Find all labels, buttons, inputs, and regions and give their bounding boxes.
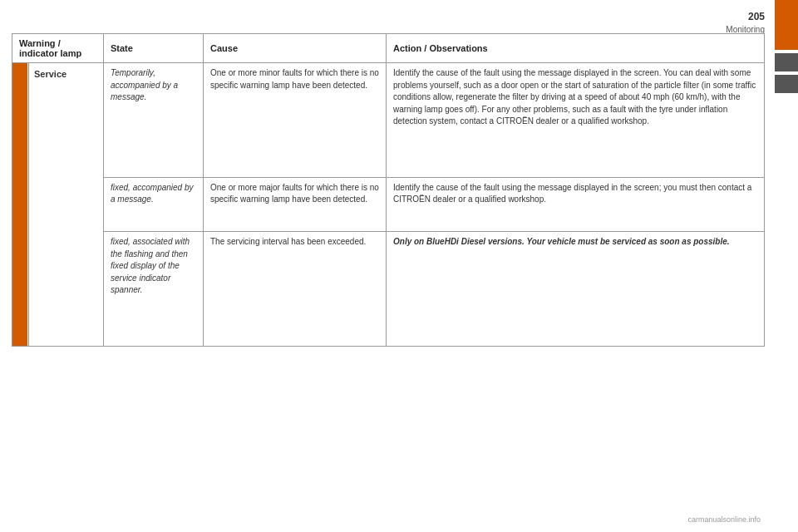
state-text-3: fixed, associated with the flashing and … (111, 237, 190, 294)
sidebar-orange-block (775, 0, 798, 50)
header-cause: Cause (204, 34, 387, 63)
watermark: carmanualsonline.info (687, 515, 761, 524)
right-sidebar (775, 0, 798, 532)
orange-indicator-bar (12, 63, 27, 346)
action-cell-3: Only on BlueHDi Diesel versions. Your ve… (387, 232, 765, 347)
state-cell-2: fixed, accompanied by a message. (104, 177, 204, 232)
table-row: fixed, associated with the flashing and … (12, 232, 765, 347)
action-cell-1: Identify the cause of the fault using th… (387, 63, 765, 178)
state-text-2: fixed, accompanied by a message. (111, 183, 194, 204)
service-label-cell: Service (29, 63, 104, 347)
page-number: 205 (726, 10, 765, 24)
header-action: Action / Observations (387, 34, 765, 63)
page-header: 205 Monitoring (726, 10, 765, 36)
table-header-row: Warning / indicator lamp State Cause Act… (12, 34, 765, 63)
service-label: Service (34, 69, 66, 79)
action-text-1: Identify the cause of the fault using th… (393, 68, 756, 126)
sidebar-mid-block (775, 53, 798, 71)
header-lamp: Warning / indicator lamp (12, 34, 104, 63)
state-cell-1: Temporarily, accompanied by a message. (104, 63, 204, 178)
action-text-3: Only on BlueHDi Diesel versions. Your ve… (393, 237, 730, 246)
main-content: Warning / indicator lamp State Cause Act… (12, 33, 765, 347)
cause-text-2: One or more major faults for which there… (210, 183, 379, 204)
cause-cell-2: One or more major faults for which there… (204, 177, 387, 232)
cause-text-1: One or more minor faults for which there… (210, 68, 379, 90)
sidebar-bot-block (775, 75, 798, 93)
table-row: Service Temporarily, accompanied by a me… (12, 63, 765, 178)
indicator-lamp-cell (12, 63, 29, 347)
warning-table: Warning / indicator lamp State Cause Act… (12, 33, 765, 347)
cause-cell-1: One or more minor faults for which there… (204, 63, 387, 178)
action-text-2: Identify the cause of the fault using th… (393, 183, 751, 204)
cause-cell-3: The servicing interval has been exceeded… (204, 232, 387, 347)
state-cell-3: fixed, associated with the flashing and … (104, 232, 204, 347)
cause-text-3: The servicing interval has been exceeded… (210, 237, 366, 246)
table-row: fixed, accompanied by a message. One or … (12, 177, 765, 232)
state-text-1: Temporarily, accompanied by a message. (111, 68, 178, 101)
action-cell-2: Identify the cause of the fault using th… (387, 177, 765, 232)
header-state: State (104, 34, 204, 63)
